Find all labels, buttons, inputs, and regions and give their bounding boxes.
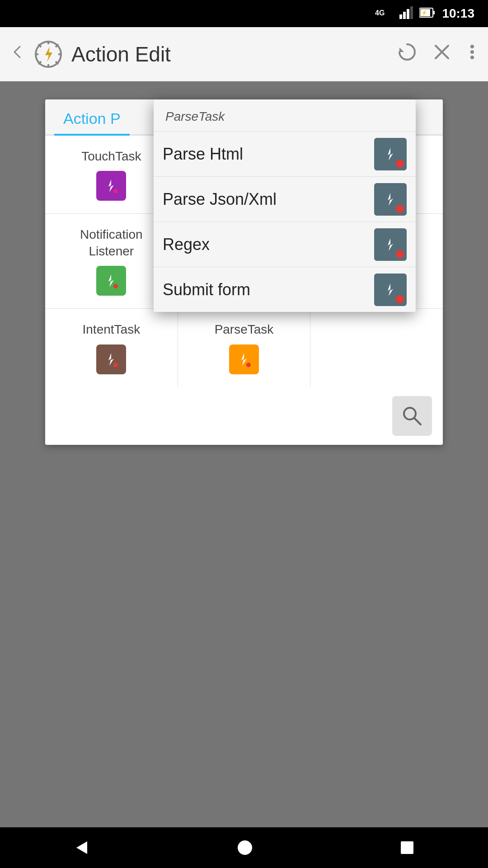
svg-point-40 [246, 363, 251, 367]
nav-bar [0, 827, 488, 868]
touchtask-icon [96, 171, 126, 201]
task-name-notif: NotificationListener [80, 226, 143, 259]
dropdown-item-parse-html[interactable]: Parse Html [154, 131, 416, 176]
intent-icon [96, 344, 126, 374]
signal-bars-icon [399, 6, 413, 21]
svg-marker-39 [241, 353, 247, 366]
reload-icon[interactable] [396, 41, 418, 68]
search-btn-row [45, 387, 443, 445]
top-bar-actions [396, 41, 479, 68]
svg-point-48 [238, 840, 252, 855]
dropdown-title: ParseTask [154, 99, 416, 131]
svg-rect-4 [410, 6, 413, 19]
dropdown-label-parse-html: Parse Html [163, 145, 243, 164]
svg-line-42 [414, 418, 421, 425]
dropdown-label-regex: Regex [163, 235, 210, 254]
dropdown-item-regex[interactable]: Regex [154, 222, 416, 267]
svg-marker-37 [108, 353, 114, 366]
main-content: Action P TouchTask [0, 81, 488, 827]
svg-rect-6 [433, 11, 435, 14]
svg-marker-47 [76, 841, 87, 854]
dropdown-label-submit-form: Submit form [163, 280, 250, 299]
svg-marker-43 [388, 148, 393, 160]
svg-point-23 [470, 50, 474, 54]
dropdown-label-parse-json: Parse Json/Xml [163, 190, 277, 209]
svg-rect-49 [401, 841, 413, 854]
svg-marker-18 [45, 47, 52, 62]
svg-marker-31 [108, 274, 114, 287]
nav-back-button[interactable] [73, 839, 91, 857]
task-cell-intent[interactable]: IntentTask [45, 309, 178, 387]
dropdown-icon-submit-form [374, 274, 407, 306]
status-icons: 4G ⚡ 10:13 [375, 5, 474, 22]
svg-point-26 [113, 189, 118, 193]
dropdown-item-submit-form[interactable]: Submit form [154, 267, 416, 312]
clock: 10:13 [442, 6, 474, 21]
status-bar: 4G ⚡ 10:13 [0, 0, 488, 27]
svg-point-32 [113, 284, 118, 288]
task-name-intent: IntentTask [83, 321, 141, 338]
dropdown-icon-parse-json [374, 183, 407, 216]
dropdown-icon-parse-html [374, 138, 407, 170]
top-bar-left: Action Edit [9, 38, 387, 70]
task-cell-parse[interactable]: ParseTask [178, 309, 310, 387]
top-bar: Action Edit [0, 27, 488, 81]
app-logo [33, 38, 64, 70]
svg-marker-19 [399, 47, 404, 52]
battery-icon: ⚡ [419, 7, 436, 20]
action-tab[interactable]: Action P [54, 103, 130, 136]
back-icon[interactable] [9, 44, 25, 64]
dropdown-item-parse-json[interactable]: Parse Json/Xml [154, 176, 416, 222]
task-name-parse: ParseTask [215, 321, 274, 338]
svg-marker-44 [388, 193, 393, 206]
svg-point-38 [113, 363, 118, 367]
dropdown-popup: ParseTask Parse Html Parse Json/Xml Rege… [154, 99, 416, 312]
task-cell-empty [310, 309, 443, 387]
svg-rect-2 [403, 12, 406, 19]
svg-text:4G: 4G [375, 9, 385, 17]
notif-icon [96, 266, 126, 296]
nav-recents-button[interactable] [399, 840, 415, 856]
page-title: Action Edit [71, 42, 171, 66]
svg-text:⚡: ⚡ [421, 9, 427, 16]
close-icon[interactable] [432, 42, 452, 66]
search-button[interactable] [392, 396, 432, 436]
svg-marker-46 [388, 283, 393, 296]
dropdown-icon-regex [374, 228, 407, 261]
svg-marker-45 [388, 238, 393, 251]
svg-point-24 [470, 56, 474, 59]
parse-icon [229, 344, 259, 374]
svg-point-22 [470, 45, 474, 48]
svg-marker-25 [108, 179, 114, 192]
nav-home-button[interactable] [236, 839, 254, 857]
task-name-touchtask: TouchTask [81, 148, 141, 165]
svg-rect-1 [399, 14, 402, 19]
signal-icon: 4G [375, 5, 393, 22]
more-options-icon[interactable] [465, 42, 479, 66]
svg-rect-3 [407, 9, 409, 19]
